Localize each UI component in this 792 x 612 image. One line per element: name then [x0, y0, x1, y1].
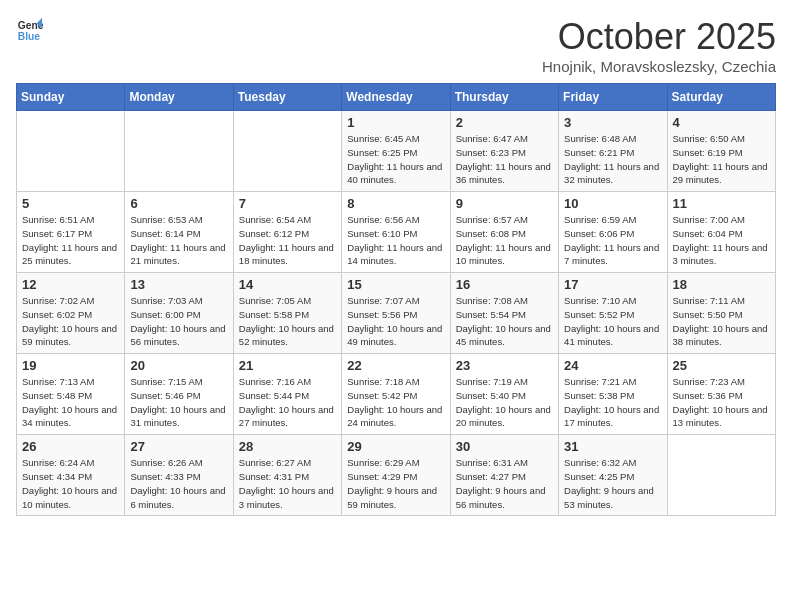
day-info: Sunrise: 6:47 AM Sunset: 6:23 PM Dayligh…: [456, 132, 553, 187]
calendar-cell: 1Sunrise: 6:45 AM Sunset: 6:25 PM Daylig…: [342, 111, 450, 192]
calendar-cell: 26Sunrise: 6:24 AM Sunset: 4:34 PM Dayli…: [17, 435, 125, 516]
day-info: Sunrise: 6:53 AM Sunset: 6:14 PM Dayligh…: [130, 213, 227, 268]
day-number: 1: [347, 115, 444, 130]
calendar-cell: 9Sunrise: 6:57 AM Sunset: 6:08 PM Daylig…: [450, 192, 558, 273]
calendar-cell: 2Sunrise: 6:47 AM Sunset: 6:23 PM Daylig…: [450, 111, 558, 192]
day-info: Sunrise: 7:05 AM Sunset: 5:58 PM Dayligh…: [239, 294, 336, 349]
calendar-cell: [667, 435, 775, 516]
day-info: Sunrise: 7:15 AM Sunset: 5:46 PM Dayligh…: [130, 375, 227, 430]
day-number: 7: [239, 196, 336, 211]
calendar-cell: 27Sunrise: 6:26 AM Sunset: 4:33 PM Dayli…: [125, 435, 233, 516]
day-number: 24: [564, 358, 661, 373]
day-number: 22: [347, 358, 444, 373]
day-info: Sunrise: 7:10 AM Sunset: 5:52 PM Dayligh…: [564, 294, 661, 349]
day-info: Sunrise: 6:27 AM Sunset: 4:31 PM Dayligh…: [239, 456, 336, 511]
day-info: Sunrise: 6:50 AM Sunset: 6:19 PM Dayligh…: [673, 132, 770, 187]
day-info: Sunrise: 7:13 AM Sunset: 5:48 PM Dayligh…: [22, 375, 119, 430]
calendar-cell: 10Sunrise: 6:59 AM Sunset: 6:06 PM Dayli…: [559, 192, 667, 273]
day-info: Sunrise: 6:32 AM Sunset: 4:25 PM Dayligh…: [564, 456, 661, 511]
day-number: 16: [456, 277, 553, 292]
calendar-cell: 12Sunrise: 7:02 AM Sunset: 6:02 PM Dayli…: [17, 273, 125, 354]
day-number: 4: [673, 115, 770, 130]
day-info: Sunrise: 7:23 AM Sunset: 5:36 PM Dayligh…: [673, 375, 770, 430]
calendar-week-2: 5Sunrise: 6:51 AM Sunset: 6:17 PM Daylig…: [17, 192, 776, 273]
day-number: 30: [456, 439, 553, 454]
day-info: Sunrise: 7:18 AM Sunset: 5:42 PM Dayligh…: [347, 375, 444, 430]
day-info: Sunrise: 6:56 AM Sunset: 6:10 PM Dayligh…: [347, 213, 444, 268]
logo: General Blue: [16, 16, 44, 44]
day-number: 14: [239, 277, 336, 292]
day-number: 20: [130, 358, 227, 373]
calendar-cell: 16Sunrise: 7:08 AM Sunset: 5:54 PM Dayli…: [450, 273, 558, 354]
day-info: Sunrise: 6:31 AM Sunset: 4:27 PM Dayligh…: [456, 456, 553, 511]
day-number: 17: [564, 277, 661, 292]
calendar-cell: 29Sunrise: 6:29 AM Sunset: 4:29 PM Dayli…: [342, 435, 450, 516]
calendar-cell: 6Sunrise: 6:53 AM Sunset: 6:14 PM Daylig…: [125, 192, 233, 273]
calendar-cell: 11Sunrise: 7:00 AM Sunset: 6:04 PM Dayli…: [667, 192, 775, 273]
calendar-cell: 20Sunrise: 7:15 AM Sunset: 5:46 PM Dayli…: [125, 354, 233, 435]
day-number: 18: [673, 277, 770, 292]
weekday-header-row: SundayMondayTuesdayWednesdayThursdayFrid…: [17, 84, 776, 111]
day-number: 27: [130, 439, 227, 454]
calendar-cell: 4Sunrise: 6:50 AM Sunset: 6:19 PM Daylig…: [667, 111, 775, 192]
day-info: Sunrise: 7:08 AM Sunset: 5:54 PM Dayligh…: [456, 294, 553, 349]
calendar-week-3: 12Sunrise: 7:02 AM Sunset: 6:02 PM Dayli…: [17, 273, 776, 354]
day-number: 6: [130, 196, 227, 211]
calendar-cell: 17Sunrise: 7:10 AM Sunset: 5:52 PM Dayli…: [559, 273, 667, 354]
calendar-cell: 13Sunrise: 7:03 AM Sunset: 6:00 PM Dayli…: [125, 273, 233, 354]
day-info: Sunrise: 7:03 AM Sunset: 6:00 PM Dayligh…: [130, 294, 227, 349]
day-info: Sunrise: 7:21 AM Sunset: 5:38 PM Dayligh…: [564, 375, 661, 430]
day-info: Sunrise: 7:07 AM Sunset: 5:56 PM Dayligh…: [347, 294, 444, 349]
day-info: Sunrise: 6:57 AM Sunset: 6:08 PM Dayligh…: [456, 213, 553, 268]
day-number: 8: [347, 196, 444, 211]
weekday-header-tuesday: Tuesday: [233, 84, 341, 111]
day-number: 11: [673, 196, 770, 211]
day-number: 5: [22, 196, 119, 211]
calendar-cell: [125, 111, 233, 192]
location: Hnojnik, Moravskoslezsky, Czechia: [542, 58, 776, 75]
calendar-table: SundayMondayTuesdayWednesdayThursdayFrid…: [16, 83, 776, 516]
day-info: Sunrise: 6:24 AM Sunset: 4:34 PM Dayligh…: [22, 456, 119, 511]
day-info: Sunrise: 7:16 AM Sunset: 5:44 PM Dayligh…: [239, 375, 336, 430]
calendar-cell: 23Sunrise: 7:19 AM Sunset: 5:40 PM Dayli…: [450, 354, 558, 435]
day-info: Sunrise: 6:54 AM Sunset: 6:12 PM Dayligh…: [239, 213, 336, 268]
calendar-cell: 30Sunrise: 6:31 AM Sunset: 4:27 PM Dayli…: [450, 435, 558, 516]
day-number: 25: [673, 358, 770, 373]
weekday-header-sunday: Sunday: [17, 84, 125, 111]
calendar-week-4: 19Sunrise: 7:13 AM Sunset: 5:48 PM Dayli…: [17, 354, 776, 435]
day-info: Sunrise: 6:26 AM Sunset: 4:33 PM Dayligh…: [130, 456, 227, 511]
calendar-cell: 18Sunrise: 7:11 AM Sunset: 5:50 PM Dayli…: [667, 273, 775, 354]
calendar-cell: 5Sunrise: 6:51 AM Sunset: 6:17 PM Daylig…: [17, 192, 125, 273]
calendar-cell: 14Sunrise: 7:05 AM Sunset: 5:58 PM Dayli…: [233, 273, 341, 354]
calendar-cell: 19Sunrise: 7:13 AM Sunset: 5:48 PM Dayli…: [17, 354, 125, 435]
title-block: October 2025 Hnojnik, Moravskoslezsky, C…: [542, 16, 776, 75]
calendar-cell: [17, 111, 125, 192]
day-info: Sunrise: 6:45 AM Sunset: 6:25 PM Dayligh…: [347, 132, 444, 187]
calendar-cell: 22Sunrise: 7:18 AM Sunset: 5:42 PM Dayli…: [342, 354, 450, 435]
weekday-header-friday: Friday: [559, 84, 667, 111]
weekday-header-thursday: Thursday: [450, 84, 558, 111]
day-number: 9: [456, 196, 553, 211]
month-title: October 2025: [542, 16, 776, 58]
day-number: 29: [347, 439, 444, 454]
weekday-header-monday: Monday: [125, 84, 233, 111]
day-number: 26: [22, 439, 119, 454]
day-info: Sunrise: 6:59 AM Sunset: 6:06 PM Dayligh…: [564, 213, 661, 268]
day-number: 31: [564, 439, 661, 454]
day-number: 3: [564, 115, 661, 130]
calendar-cell: 8Sunrise: 6:56 AM Sunset: 6:10 PM Daylig…: [342, 192, 450, 273]
day-number: 10: [564, 196, 661, 211]
day-info: Sunrise: 7:19 AM Sunset: 5:40 PM Dayligh…: [456, 375, 553, 430]
day-info: Sunrise: 6:48 AM Sunset: 6:21 PM Dayligh…: [564, 132, 661, 187]
calendar-cell: 3Sunrise: 6:48 AM Sunset: 6:21 PM Daylig…: [559, 111, 667, 192]
calendar-week-5: 26Sunrise: 6:24 AM Sunset: 4:34 PM Dayli…: [17, 435, 776, 516]
day-number: 23: [456, 358, 553, 373]
weekday-header-wednesday: Wednesday: [342, 84, 450, 111]
day-info: Sunrise: 6:51 AM Sunset: 6:17 PM Dayligh…: [22, 213, 119, 268]
page-header: General Blue October 2025 Hnojnik, Morav…: [16, 16, 776, 75]
day-number: 2: [456, 115, 553, 130]
calendar-cell: 31Sunrise: 6:32 AM Sunset: 4:25 PM Dayli…: [559, 435, 667, 516]
calendar-cell: 7Sunrise: 6:54 AM Sunset: 6:12 PM Daylig…: [233, 192, 341, 273]
calendar-cell: 24Sunrise: 7:21 AM Sunset: 5:38 PM Dayli…: [559, 354, 667, 435]
calendar-body: 1Sunrise: 6:45 AM Sunset: 6:25 PM Daylig…: [17, 111, 776, 516]
